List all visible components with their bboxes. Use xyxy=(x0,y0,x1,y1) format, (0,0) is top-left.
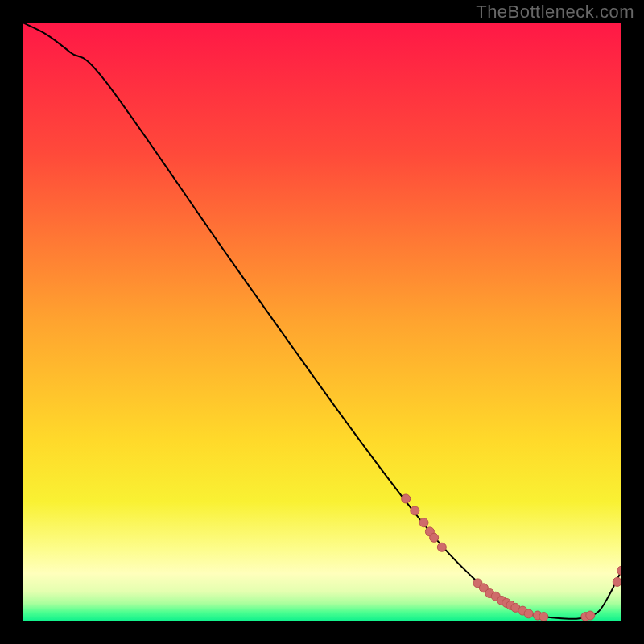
data-point xyxy=(586,611,595,620)
chart-container: TheBottleneck.com xyxy=(0,0,644,644)
data-point xyxy=(613,577,621,586)
data-point xyxy=(419,518,428,527)
data-point xyxy=(524,609,533,618)
data-point xyxy=(539,613,548,621)
data-point xyxy=(402,494,411,503)
watermark-label: TheBottleneck.com xyxy=(476,2,634,23)
data-point xyxy=(437,543,446,551)
bottleneck-chart xyxy=(0,0,644,644)
data-point xyxy=(430,533,439,542)
plot-background xyxy=(23,23,621,621)
data-point xyxy=(411,506,419,515)
data-point xyxy=(617,566,626,575)
